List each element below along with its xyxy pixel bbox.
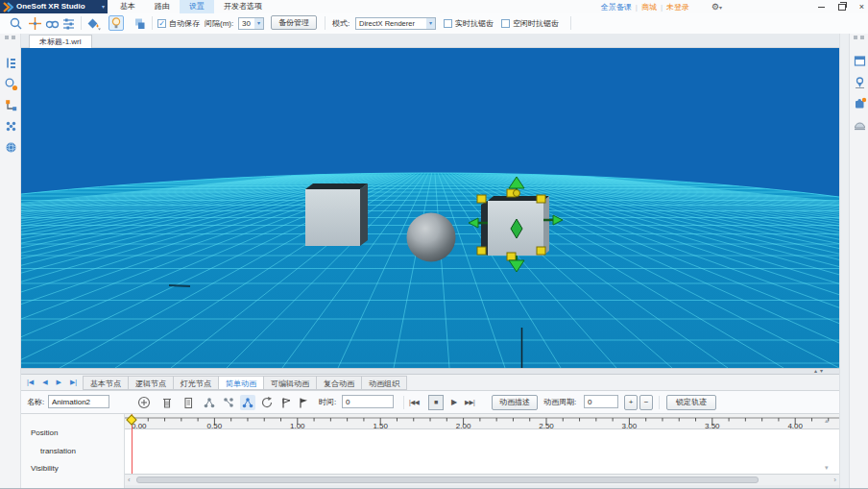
svg-text:2.00: 2.00 xyxy=(456,422,471,429)
viewport-scrollbar[interactable] xyxy=(839,34,849,489)
flag-filled-button[interactable] xyxy=(296,395,311,410)
flag-outline-button[interactable] xyxy=(278,395,294,410)
components-button[interactable] xyxy=(3,118,18,134)
go-start-button[interactable]: |◀◀ xyxy=(409,391,419,414)
period-minus-button[interactable]: − xyxy=(639,395,653,410)
panel-splitter[interactable]: ▴▾ xyxy=(21,368,839,375)
search-gear-icon xyxy=(4,77,18,91)
properties-panel-button[interactable] xyxy=(852,53,867,68)
link-separator: | xyxy=(661,3,663,12)
tab-composite-animation[interactable]: 复合动画 xyxy=(316,376,362,390)
scene-canvas xyxy=(21,48,839,368)
go-end-button[interactable]: ▶▶| xyxy=(465,391,474,414)
settings-gear-button[interactable]: ⚙▾ xyxy=(711,0,722,13)
tree-icon xyxy=(4,56,18,70)
tab-animation-organize[interactable]: 动画组织 xyxy=(361,376,407,390)
aa-realtime-label: 实时抗锯齿 xyxy=(455,13,494,34)
backup-manage-button[interactable]: 备份管理 xyxy=(271,15,317,30)
tab-logic-nodes[interactable]: 逻辑节点 xyxy=(128,376,174,390)
zoom-search-button[interactable] xyxy=(8,15,23,31)
chevron-down-icon[interactable]: ▾ xyxy=(102,0,105,13)
cube-object[interactable] xyxy=(305,183,368,246)
fill-color-button[interactable] xyxy=(86,15,102,31)
node-link-button[interactable] xyxy=(3,97,18,112)
tab-light-nodes[interactable]: 灯光节点 xyxy=(173,376,219,390)
tab-basic-nodes[interactable]: 基本节点 xyxy=(83,376,129,390)
add-keyframe-button[interactable] xyxy=(136,395,152,410)
app-brand[interactable]: OneSoft XR Studio ▾ xyxy=(0,0,108,13)
plugins-panel-button[interactable] xyxy=(852,95,867,110)
loop-button[interactable] xyxy=(259,395,275,410)
objects-button[interactable] xyxy=(131,15,146,31)
menu-tab-developer[interactable]: 开发者选项 xyxy=(214,0,272,13)
tabs-first-button[interactable]: |◀ xyxy=(27,379,34,386)
track-position[interactable]: Position xyxy=(31,428,58,437)
delete-button[interactable] xyxy=(159,395,175,410)
animation-name-input[interactable] xyxy=(48,395,109,408)
keyframe-track-area[interactable] xyxy=(125,429,839,474)
tab-simple-animation[interactable]: 简单动画 xyxy=(218,376,264,390)
period-input[interactable] xyxy=(584,395,618,408)
autosave-checkbox[interactable]: ✓ xyxy=(157,19,166,28)
renderer-dropdown[interactable]: DirectX Renderer ▾ xyxy=(355,17,436,30)
search-node-button[interactable] xyxy=(3,76,18,91)
scroll-right-icon[interactable]: › xyxy=(833,475,836,485)
link-separator: | xyxy=(636,3,638,12)
aa-realtime-checkbox[interactable] xyxy=(444,19,452,28)
sliders-icon xyxy=(61,16,76,31)
view-tool-button[interactable] xyxy=(44,15,60,31)
chevron-down-icon[interactable]: ▾ xyxy=(254,18,263,29)
aa-idle-checkbox[interactable] xyxy=(501,19,510,28)
right-sidebar-dock-controls[interactable] xyxy=(850,36,868,43)
play-button[interactable]: ▶ xyxy=(451,391,457,414)
interval-spinner[interactable]: 30 ▾ xyxy=(238,17,264,30)
menu-tab-settings[interactable]: 设置 xyxy=(180,0,214,13)
left-sidebar-dock-controls[interactable] xyxy=(0,36,20,43)
app-title: OneSoft XR Studio xyxy=(16,0,85,13)
location-panel-button[interactable] xyxy=(852,74,867,89)
ruler-nudge-up[interactable]: ▴ xyxy=(825,417,829,425)
splitter-collapse-icons[interactable]: ▴▾ xyxy=(814,367,826,374)
tabs-prev-button[interactable]: ◀ xyxy=(42,379,47,386)
close-button[interactable]: × xyxy=(859,0,864,13)
left-sidebar xyxy=(0,34,21,489)
restore-button[interactable] xyxy=(838,4,846,11)
chevron-down-icon[interactable]: ▾ xyxy=(426,18,435,29)
name-label: 名称: xyxy=(27,391,44,414)
scene-tree-button[interactable] xyxy=(3,55,18,70)
login-status-link[interactable]: 未登录 xyxy=(666,2,689,12)
tabs-last-button[interactable]: ▶| xyxy=(70,379,77,386)
time-ruler[interactable]: 0.000.501.001.502.002.503.003.504.00 xyxy=(125,414,839,429)
node-graph-button[interactable] xyxy=(202,395,217,410)
document-tab[interactable]: 未标题-1.wrl xyxy=(29,35,92,48)
panorama-lesson-link[interactable]: 全景备课 xyxy=(601,2,632,12)
store-link[interactable]: 商城 xyxy=(641,2,657,12)
environment-panel-button[interactable] xyxy=(852,116,867,132)
3d-viewport[interactable] xyxy=(21,48,839,368)
adjust-tool-button[interactable] xyxy=(60,15,76,31)
pin-icon xyxy=(854,36,857,39)
light-toggle-button[interactable] xyxy=(108,15,124,31)
scroll-left-icon[interactable]: ‹ xyxy=(128,475,131,485)
node-tree-active-button[interactable] xyxy=(240,395,255,410)
stop-button[interactable]: ■ xyxy=(428,395,444,410)
scrollbar-thumb[interactable] xyxy=(136,477,759,483)
lock-track-button[interactable]: 锁定轨迹 xyxy=(666,395,716,410)
period-plus-button[interactable]: + xyxy=(624,395,638,410)
menu-tab-route[interactable]: 路由 xyxy=(145,0,180,13)
track-translation[interactable]: translation xyxy=(40,447,76,455)
node-list-button[interactable] xyxy=(221,395,236,410)
world-button[interactable] xyxy=(3,139,18,155)
timeline-hscrollbar[interactable]: ‹ › xyxy=(125,474,839,485)
tabs-next-button[interactable]: ▶ xyxy=(57,379,61,386)
clipboard-button[interactable] xyxy=(181,395,196,410)
move-tool-button[interactable] xyxy=(27,15,42,31)
animation-describe-button[interactable]: 动画描述 xyxy=(492,395,538,410)
time-input[interactable] xyxy=(342,395,394,408)
tab-editable-animation[interactable]: 可编辑动画 xyxy=(263,376,317,390)
track-nudge-down[interactable]: ▾ xyxy=(825,464,829,472)
menu-tab-basic[interactable]: 基本 xyxy=(110,0,145,13)
sphere-object[interactable] xyxy=(407,213,456,262)
minimize-button[interactable] xyxy=(818,7,825,8)
track-visibility[interactable]: Visibility xyxy=(31,464,59,473)
